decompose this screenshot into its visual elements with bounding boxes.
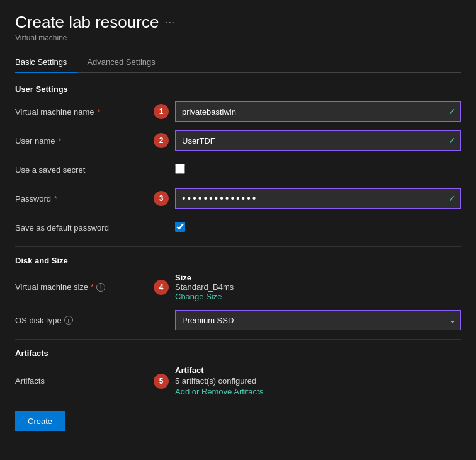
vm-size-info-icon[interactable]: i bbox=[96, 283, 105, 292]
size-title: Size bbox=[175, 273, 461, 282]
tab-bar: Basic Settings Advanced Settings bbox=[15, 52, 461, 73]
section-divider-1 bbox=[15, 246, 461, 247]
artifact-title: Artifact bbox=[175, 365, 461, 375]
saved-secret-checkbox[interactable] bbox=[175, 164, 185, 174]
change-size-link[interactable]: Change Size bbox=[175, 292, 461, 301]
add-remove-artifacts-link[interactable]: Add or Remove Artifacts bbox=[175, 387, 461, 396]
username-check-icon: ✓ bbox=[448, 135, 456, 146]
os-disk-info-icon[interactable]: i bbox=[64, 316, 73, 325]
saved-secret-label: Use a saved secret bbox=[15, 165, 154, 175]
save-default-field-area bbox=[175, 222, 461, 234]
os-disk-type-select[interactable]: Premium SSD Standard SSD Standard HDD bbox=[175, 310, 461, 330]
vm-name-label: Virtual machine name* bbox=[15, 107, 154, 117]
artifact-count: 5 artifact(s) configured bbox=[175, 376, 461, 386]
step-badge-5: 5 bbox=[154, 374, 169, 389]
os-disk-type-field-area: Premium SSD Standard SSD Standard HDD ⌄ bbox=[175, 310, 461, 330]
step-badge-4: 4 bbox=[154, 280, 169, 295]
vm-name-input[interactable] bbox=[175, 101, 461, 122]
username-row: User name* 2 ✓ bbox=[15, 130, 461, 151]
password-check-icon: ✓ bbox=[448, 193, 456, 204]
password-row: Password* 3 ✓ bbox=[15, 188, 461, 209]
username-label: User name* bbox=[15, 136, 154, 146]
section-divider-2 bbox=[15, 339, 461, 340]
ellipsis-menu-icon[interactable]: ··· bbox=[165, 16, 174, 29]
password-label: Password* bbox=[15, 194, 154, 204]
page-title: Create lab resource bbox=[15, 13, 159, 32]
vm-name-field-area: ✓ bbox=[175, 101, 461, 122]
disk-size-section-title: Disk and Size bbox=[15, 256, 461, 265]
os-disk-type-label: OS disk type i bbox=[15, 316, 154, 325]
save-default-password-row: Save as default password bbox=[15, 217, 461, 238]
user-settings-section-title: User Settings bbox=[15, 84, 461, 94]
save-default-checkbox[interactable] bbox=[175, 222, 185, 232]
artifacts-row: Artifacts 5 Artifact 5 artifact(s) confi… bbox=[15, 365, 461, 396]
step-badge-2: 2 bbox=[154, 133, 169, 148]
tab-basic-settings[interactable]: Basic Settings bbox=[15, 52, 77, 73]
page-subtitle: Virtual machine bbox=[15, 33, 461, 42]
saved-secret-field-area bbox=[175, 164, 461, 176]
vm-name-row: Virtual machine name* 1 ✓ bbox=[15, 101, 461, 122]
create-button[interactable]: Create bbox=[15, 411, 65, 431]
os-disk-type-row: OS disk type i Premium SSD Standard SSD … bbox=[15, 310, 461, 330]
password-field-area: ✓ bbox=[175, 188, 461, 209]
vm-size-field-area: Size Standard_B4ms Change Size bbox=[175, 273, 461, 301]
username-field-area: ✓ bbox=[175, 130, 461, 151]
password-input[interactable] bbox=[175, 188, 461, 209]
size-value: Standard_B4ms bbox=[175, 282, 461, 292]
vm-size-row: Virtual machine size * i 4 Size Standard… bbox=[15, 273, 461, 301]
artifacts-field-area: Artifact 5 artifact(s) configured Add or… bbox=[175, 365, 461, 396]
username-input[interactable] bbox=[175, 130, 461, 151]
vm-name-check-icon: ✓ bbox=[448, 106, 456, 117]
artifacts-section-title: Artifacts bbox=[15, 348, 461, 358]
saved-secret-row: Use a saved secret bbox=[15, 159, 461, 180]
step-badge-1: 1 bbox=[154, 104, 169, 119]
tab-advanced-settings[interactable]: Advanced Settings bbox=[87, 52, 165, 73]
artifacts-label: Artifacts bbox=[15, 376, 154, 386]
save-default-password-label: Save as default password bbox=[15, 223, 154, 233]
vm-size-label: Virtual machine size * i bbox=[15, 282, 154, 292]
step-badge-3: 3 bbox=[154, 191, 169, 206]
